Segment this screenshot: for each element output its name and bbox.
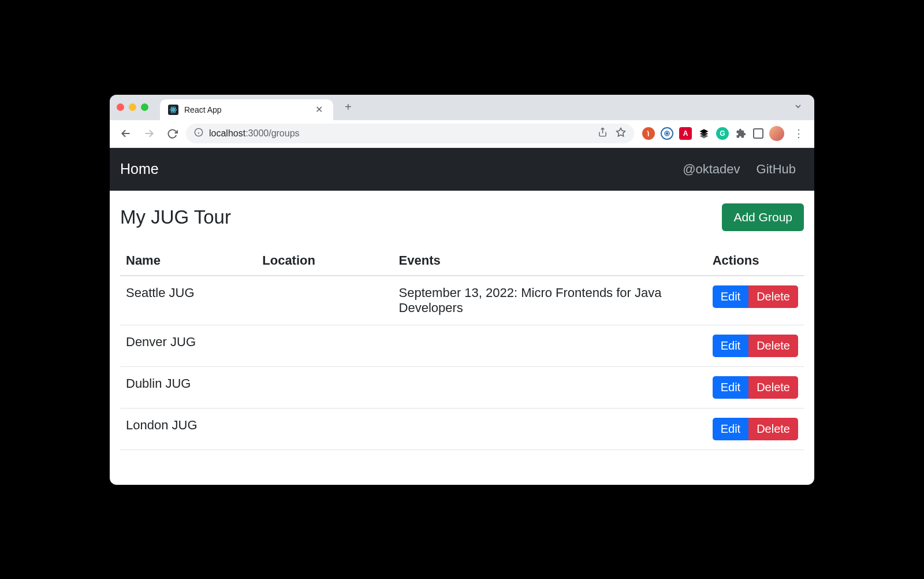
navbar-oktadev-link[interactable]: @oktadev (675, 162, 748, 177)
reader-mode-icon[interactable] (753, 128, 763, 139)
cell-location (256, 276, 393, 325)
cell-events: September 13, 2022: Micro Frontends for … (393, 276, 707, 325)
window-maximize-button[interactable] (141, 103, 148, 111)
buffer-extension-icon[interactable] (698, 127, 710, 140)
delete-button[interactable]: Delete (748, 335, 798, 357)
table-row: Seattle JUG September 13, 2022: Micro Fr… (120, 276, 804, 325)
cell-location (256, 325, 393, 366)
profile-avatar[interactable] (769, 126, 784, 141)
page-title: My JUG Tour (120, 206, 231, 228)
share-icon[interactable] (598, 127, 608, 140)
duckduckgo-extension-icon[interactable] (642, 127, 655, 140)
cell-events (393, 408, 707, 450)
content-header: My JUG Tour Add Group (120, 203, 804, 231)
browser-menu-icon[interactable]: ⋮ (790, 127, 807, 140)
site-info-icon[interactable] (194, 128, 203, 139)
tabs-overflow-icon[interactable] (789, 102, 807, 113)
table-header-name: Name (120, 247, 256, 276)
address-bar[interactable]: localhost:3000/groups (186, 124, 634, 143)
edit-button[interactable]: Edit (713, 285, 748, 308)
groups-table: Name Location Events Actions Seattle JUG… (120, 247, 804, 450)
nav-back-button[interactable] (117, 124, 135, 143)
svg-marker-10 (617, 128, 625, 136)
table-row: London JUG Edit Delete (120, 408, 804, 450)
cell-actions: Edit Delete (707, 408, 804, 450)
navbar-github-link[interactable]: GitHub (748, 162, 804, 177)
navbar-home-link[interactable]: Home (120, 161, 159, 177)
window-minimize-button[interactable] (129, 103, 136, 111)
add-group-button[interactable]: Add Group (722, 203, 804, 231)
table-header-events: Events (393, 247, 707, 276)
browser-titlebar: React App ✕ + (110, 95, 814, 120)
cell-actions: Edit Delete (707, 276, 804, 325)
react-favicon-icon (168, 105, 178, 115)
cell-events (393, 325, 707, 366)
edit-button[interactable]: Edit (713, 418, 748, 440)
tab-close-icon[interactable]: ✕ (313, 104, 325, 115)
delete-button[interactable]: Delete (748, 376, 798, 399)
cell-name: Dublin JUG (120, 366, 256, 408)
extensions-menu-icon[interactable] (735, 127, 747, 140)
angular-extension-icon[interactable]: A (679, 127, 692, 140)
cell-name: Seattle JUG (120, 276, 256, 325)
table-header-actions: Actions (707, 247, 804, 276)
table-row: Dublin JUG Edit Delete (120, 366, 804, 408)
grammarly-extension-icon[interactable]: G (716, 127, 729, 140)
traffic-lights (117, 103, 148, 111)
extension-icon[interactable] (661, 127, 673, 140)
delete-button[interactable]: Delete (748, 418, 798, 440)
cell-actions: Edit Delete (707, 325, 804, 366)
address-url: localhost:3000/groups (209, 128, 300, 139)
cell-events (393, 366, 707, 408)
edit-button[interactable]: Edit (713, 335, 748, 357)
page-content: My JUG Tour Add Group Name Location Even… (110, 191, 814, 485)
nav-reload-button[interactable] (163, 124, 181, 143)
svg-marker-15 (700, 132, 709, 136)
cell-location (256, 408, 393, 450)
svg-point-0 (173, 109, 174, 110)
bookmark-star-icon[interactable] (616, 127, 626, 140)
delete-button[interactable]: Delete (748, 285, 798, 308)
new-tab-button[interactable]: + (338, 101, 359, 114)
window-close-button[interactable] (117, 103, 124, 111)
table-row: Denver JUG Edit Delete (120, 325, 804, 366)
browser-window: React App ✕ + localhost:3000/groups (110, 95, 814, 485)
cell-location (256, 366, 393, 408)
svg-point-12 (666, 133, 668, 135)
table-header-location: Location (256, 247, 393, 276)
edit-button[interactable]: Edit (713, 376, 748, 399)
browser-tab[interactable]: React App ✕ (160, 99, 333, 120)
extension-icons: A G ⋮ (642, 126, 807, 141)
cell-name: London JUG (120, 408, 256, 450)
nav-forward-button[interactable] (140, 124, 158, 143)
cell-actions: Edit Delete (707, 366, 804, 408)
app-navbar: Home @oktadev GitHub (110, 148, 814, 191)
tab-title: React App (184, 105, 307, 114)
browser-toolbar: localhost:3000/groups A G (110, 120, 814, 148)
cell-name: Denver JUG (120, 325, 256, 366)
